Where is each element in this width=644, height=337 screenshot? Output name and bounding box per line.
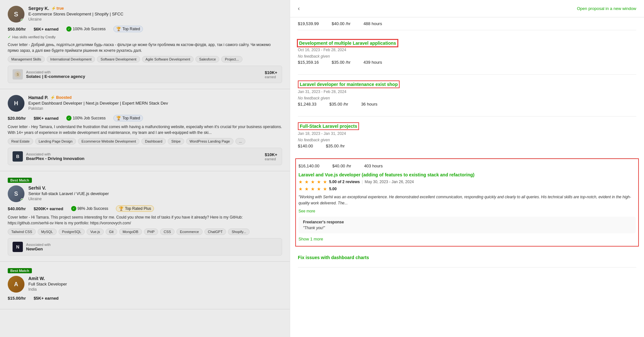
- rate-stat: $20.00/hr: [8, 116, 26, 121]
- agency-name: NewGen: [26, 247, 51, 251]
- avatar-serhii: S: [8, 185, 24, 202]
- tag: CSS: [160, 229, 175, 235]
- work-hours: 403 hours: [364, 164, 383, 168]
- job-success-icon: ✓: [71, 206, 76, 211]
- see-more-link[interactable]: See more: [298, 209, 636, 213]
- work-stats-1: $15,359.16 $35.00 /hr 439 hours: [298, 60, 636, 65]
- proposal-card-serhii: Best Match S Serhii V. Senior full-stack…: [0, 171, 290, 262]
- tag: Software Development: [97, 56, 140, 62]
- verified-icon: ✓: [8, 35, 11, 39]
- tag: Ecommerce Website Development: [78, 138, 139, 145]
- tag: Ecommerce: [176, 229, 203, 235]
- agency-label: Associated with: [26, 152, 84, 156]
- agency-label: Associated with: [26, 243, 51, 247]
- freelancer-info-serhii: Serhii V. Senior full-stack Laravel / VU…: [28, 185, 282, 201]
- work-title-5[interactable]: Fix issues with dashboard charts: [298, 255, 636, 260]
- star-5b: ★: [323, 186, 327, 192]
- star-1b: ★: [298, 186, 303, 192]
- top-stats-row: $19,539.99 $40.00 /hr 488 hours: [298, 17, 636, 30]
- freelancer-title: Expert Dashboard Developer | Next.js Dev…: [28, 101, 282, 106]
- star-2b: ★: [305, 186, 309, 192]
- star-3: ★: [311, 179, 315, 184]
- freelancer-name: Serhii V.: [28, 185, 282, 191]
- job-success-icon: ✓: [66, 116, 71, 121]
- work-rate: $35.00 /hr: [332, 60, 351, 65]
- tag: Real Estate: [8, 138, 33, 145]
- tag: MySQL: [38, 229, 57, 235]
- right-header: ‹ Open proposal in a new window: [290, 0, 644, 17]
- work-title-1[interactable]: Development of multiple Laravel applicat…: [298, 40, 397, 46]
- freelancer-title: Full Stack Developer: [28, 282, 282, 286]
- work-title-3[interactable]: Full-Stack Laravel projects: [300, 124, 357, 129]
- tag: PHP: [144, 229, 158, 235]
- earned-stat: $9K+ earned: [33, 116, 59, 121]
- tag: MongoDB: [119, 229, 142, 235]
- work-item-5: Fix issues with dashboard charts: [298, 249, 636, 267]
- tag: Stripe: [168, 138, 184, 145]
- top-rated-badge: 🏆 Top Rated Plus: [116, 205, 154, 212]
- back-button[interactable]: ‹: [298, 5, 300, 12]
- tags-row: Real Estate Landing Page Design Ecommerc…: [8, 138, 282, 145]
- top-hours: 488 hours: [364, 21, 382, 26]
- show-more-button[interactable]: Show 1 more: [298, 237, 636, 241]
- work-dates-2: Jan 31, 2023 - Feb 28, 2024: [298, 89, 636, 94]
- right-panel: ‹ Open proposal in a new window $19,539.…: [290, 0, 644, 337]
- tag: Project...: [221, 56, 242, 62]
- boosted-badge: ⚡ true: [51, 6, 64, 11]
- freelancer-info-sergey: Sergey K. ⚡ true E-commerce Stores Devel…: [28, 6, 282, 22]
- response-label: Freelancer's response: [303, 220, 631, 224]
- rate-stat: $50.00/hr: [8, 27, 26, 32]
- earned-stat: $6K+ earned: [33, 27, 59, 32]
- freelancer-name: Hamad P. ⚡ Boosted: [28, 95, 282, 100]
- tag: PostgreSQL: [59, 229, 85, 235]
- agency-earned: $10K+: [265, 152, 277, 157]
- freelancer-title: Senior full-stack Laravel / VUE.js devel…: [28, 191, 282, 196]
- job-success: ✓ 98% Job Success: [71, 206, 108, 211]
- work-history-section: $19,539.99 $40.00 /hr 488 hours Developm…: [290, 17, 644, 267]
- freelancer-location: Pakistan: [28, 106, 282, 111]
- verified-badge: ✓ Has skills verified by Credly: [8, 35, 282, 39]
- proposal-card-hamad: H Hamad P. ⚡ Boosted Expert Dashboard De…: [0, 89, 290, 171]
- work-title-4[interactable]: Laravel and Vue.js developer (adding of …: [298, 172, 636, 177]
- job-success-icon: ✓: [66, 26, 71, 32]
- agency-row: N Associated with NewGen: [8, 238, 282, 256]
- agency-row: S Associated with Solatec | E-commerce a…: [8, 66, 282, 83]
- tag: Salesforce: [195, 56, 219, 62]
- work-item-1: Development of multiple Laravel applicat…: [298, 34, 636, 75]
- avatar-sergey: S: [8, 6, 24, 23]
- earned-stat: $200K+ earned: [33, 206, 63, 211]
- response-text: "Thank you!": [303, 226, 631, 230]
- work-title-2[interactable]: Laravel developer for maintenance exist …: [300, 82, 398, 87]
- agency-logo: N: [13, 242, 23, 252]
- work-hours: 36 hours: [361, 102, 377, 107]
- agency-earned-label: earned: [265, 157, 277, 161]
- freelancer-name: Sergey K. ⚡ true: [28, 6, 282, 11]
- best-match-badge: Best Match: [8, 178, 32, 183]
- open-proposal-link[interactable]: Open proposal in a new window: [577, 6, 636, 11]
- cover-letter: Cover letter - Hey Tamara, I understand …: [8, 124, 282, 136]
- boosted-badge: ⚡ Boosted: [50, 95, 71, 100]
- work-rate: $40.00 /hr: [332, 164, 351, 168]
- best-match-badge: Best Match: [8, 268, 32, 273]
- tag: Shopify...: [228, 229, 250, 235]
- left-panel: S Sergey K. ⚡ true E-commerce Stores Dev…: [0, 0, 290, 337]
- tag: ...: [235, 138, 245, 145]
- star-3b: ★: [311, 186, 315, 192]
- top-rate: $40.00 /hr: [332, 21, 351, 26]
- tag: Vue.js: [87, 229, 103, 235]
- job-success: ✓ 100% Job Success: [66, 116, 106, 121]
- review-quote: "Working with Serhii was an exceptional …: [298, 194, 636, 206]
- agency-name: Solatec | E-commerce agency: [26, 74, 85, 79]
- cover-letter: Cover letter - Добрий день, поділіться д…: [8, 42, 282, 53]
- tag: WordPress Landing Page: [186, 138, 233, 145]
- work-item-4: $16,140.00 $40.00 /hr 403 hours Laravel …: [295, 158, 639, 247]
- work-item-3: Full-Stack Laravel projects Jan 18, 2023…: [298, 117, 636, 158]
- agency-name: BearPlex - Driving Innovation: [26, 156, 84, 161]
- freelancer-response: Freelancer's response "Thank you!": [298, 217, 636, 233]
- stats-row: $50.00/hr $6K+ earned ✓ 100% Job Success…: [8, 26, 282, 32]
- work-amount: $1,248.33: [298, 102, 317, 107]
- star-4: ★: [317, 179, 321, 184]
- tag: Tailwind CSS: [8, 229, 36, 235]
- no-feedback-3: No feedback given: [298, 138, 636, 142]
- top-rated-badge: 🏆 Top Rated: [113, 26, 143, 32]
